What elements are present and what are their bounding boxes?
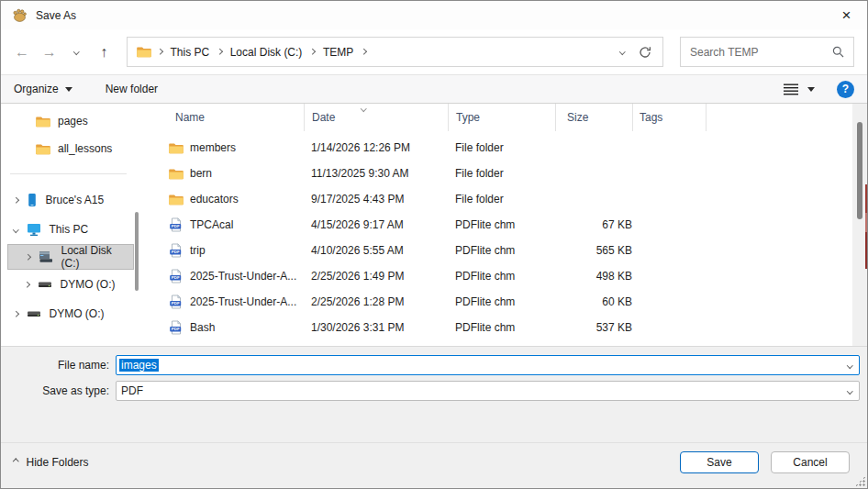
- file-name: 2025-Trust-Under-A...: [190, 270, 296, 283]
- sidebar-item-label: Local Disk (C:): [61, 244, 134, 270]
- help-button[interactable]: ?: [837, 81, 854, 98]
- breadcrumb-local-disk[interactable]: Local Disk (C:): [225, 46, 308, 59]
- close-icon[interactable]: ×: [826, 1, 867, 29]
- file-size: 565 KB: [555, 244, 632, 257]
- table-row[interactable]: members 1/14/2026 12:26 PM File folder: [161, 135, 867, 161]
- view-options-icon[interactable]: [784, 83, 798, 95]
- address-bar[interactable]: This PC Local Disk (C:) TEMP: [127, 37, 663, 67]
- window-title: Save As: [36, 9, 76, 22]
- expand-chevron-icon[interactable]: [25, 254, 30, 260]
- file-type: File folder: [448, 167, 555, 180]
- back-icon[interactable]: ←: [10, 39, 34, 65]
- file-name: Bash: [190, 321, 215, 334]
- file-name-value: images: [119, 359, 159, 372]
- file-name-input[interactable]: images: [116, 355, 860, 375]
- phone-icon: [27, 193, 38, 207]
- breadcrumb-this-pc[interactable]: This PC: [165, 46, 216, 59]
- column-header-name[interactable]: Name: [169, 104, 304, 131]
- breadcrumb-chevron-icon: [157, 49, 162, 54]
- column-header-size[interactable]: Size: [555, 104, 632, 131]
- new-folder-button[interactable]: New folder: [106, 83, 158, 95]
- navigation-pane: pages all_lessons Bruce's A15 This PC Lo: [1, 104, 145, 346]
- organize-button[interactable]: Organize: [14, 83, 72, 95]
- file-type: PDFlite chm: [448, 244, 555, 257]
- folder-icon: [36, 143, 50, 155]
- column-headers: Name Date Type Size Tags: [161, 104, 867, 131]
- file-size: 60 KB: [555, 295, 632, 308]
- search-icon[interactable]: [832, 46, 844, 58]
- main-content: pages all_lessons Bruce's A15 This PC Lo: [1, 104, 867, 346]
- sidebar-item-local-disk-c[interactable]: Local Disk (C:): [7, 244, 134, 270]
- file-size: 537 KB: [555, 321, 632, 334]
- address-folder-icon: [137, 46, 151, 58]
- title-bar: Save As ×: [1, 1, 867, 29]
- file-date: 2/25/2026 1:49 PM: [304, 270, 448, 283]
- table-row[interactable]: PDFTPCAcal 4/15/2026 9:17 AM PDFlite chm…: [161, 212, 867, 238]
- sidebar-item-dymo-o-2[interactable]: DYMO (O:): [1, 299, 145, 328]
- sidebar-item-all-lessons[interactable]: all_lessons: [1, 135, 145, 162]
- monitor-icon: [27, 223, 41, 237]
- chevron-up-icon: [13, 459, 18, 464]
- dialog-footer: Hide Folders Save Cancel: [1, 442, 867, 488]
- file-type: PDFlite chm: [448, 321, 555, 334]
- table-row[interactable]: educators 9/17/2025 4:43 PM File folder: [161, 186, 867, 212]
- sidebar-item-this-pc[interactable]: This PC: [1, 215, 145, 244]
- file-date: 2/25/2026 1:28 PM: [304, 295, 448, 308]
- organize-dropdown-icon: [65, 87, 72, 92]
- svg-text:PDF: PDF: [172, 275, 180, 280]
- refresh-icon[interactable]: [639, 46, 651, 59]
- collapse-chevron-icon[interactable]: [13, 227, 18, 232]
- sidebar-item-dymo-o-1[interactable]: DYMO (O:): [1, 270, 145, 299]
- sidebar-scrollbar[interactable]: [135, 212, 139, 291]
- up-icon[interactable]: ↑: [92, 39, 116, 65]
- file-type: File folder: [448, 193, 555, 206]
- hide-folders-button[interactable]: Hide Folders: [14, 456, 89, 469]
- pdf-file-icon: PDF: [169, 269, 184, 283]
- table-row[interactable]: PDF2025-Trust-Under-A... 2/25/2026 1:28 …: [161, 289, 867, 315]
- table-row[interactable]: PDF2025-Trust-Under-A... 2/25/2026 1:49 …: [161, 263, 867, 289]
- command-toolbar: Organize New folder ?: [1, 75, 867, 104]
- file-date: 4/10/2026 5:55 AM: [304, 244, 448, 257]
- table-row[interactable]: PDFtrip 4/10/2026 5:55 AM PDFlite chm 56…: [161, 238, 867, 263]
- file-type: PDFlite chm: [448, 218, 555, 231]
- column-header-type[interactable]: Type: [448, 104, 555, 131]
- expand-chevron-icon[interactable]: [24, 282, 29, 287]
- expand-chevron-icon[interactable]: [13, 197, 18, 203]
- save-as-type-select[interactable]: PDF: [116, 381, 860, 401]
- file-rows: members 1/14/2026 12:26 PM File folder b…: [161, 131, 867, 340]
- save-fields: File name: images Save as type: PDF: [1, 346, 867, 442]
- file-date: 11/13/2025 9:30 AM: [304, 167, 448, 180]
- scrollbar-thumb[interactable]: [857, 122, 862, 219]
- sidebar-item-label: DYMO (O:): [50, 307, 105, 320]
- folder-icon: [36, 116, 50, 128]
- view-options-dropdown-icon[interactable]: [807, 87, 815, 92]
- address-dropdown-icon[interactable]: [619, 49, 625, 54]
- recent-locations-chevron-icon[interactable]: [65, 39, 89, 65]
- breadcrumb-temp[interactable]: TEMP: [317, 46, 359, 59]
- save-button[interactable]: Save: [680, 451, 759, 473]
- save-as-type-dropdown-icon[interactable]: [847, 388, 852, 394]
- file-name: bern: [190, 167, 212, 180]
- expand-chevron-icon[interactable]: [13, 311, 18, 317]
- cancel-button[interactable]: Cancel: [771, 451, 850, 473]
- file-size: 67 KB: [555, 218, 632, 231]
- sidebar-item-label: This PC: [50, 223, 89, 236]
- column-header-date[interactable]: Date: [304, 104, 448, 131]
- sidebar-item-label: Bruce's A15: [46, 194, 105, 206]
- new-folder-label: New folder: [106, 83, 158, 95]
- save-as-type-value: PDF: [121, 384, 143, 397]
- file-name-dropdown-icon[interactable]: [847, 362, 852, 368]
- file-date: 9/17/2025 4:43 PM: [304, 193, 448, 206]
- forward-icon[interactable]: →: [38, 39, 61, 65]
- file-type: PDFlite chm: [448, 270, 555, 283]
- table-row[interactable]: PDFBash 1/30/2026 3:31 PM PDFlite chm 53…: [161, 315, 867, 340]
- table-row[interactable]: bern 11/13/2025 9:30 AM File folder: [161, 161, 867, 186]
- search-box: [680, 37, 854, 67]
- column-header-tags[interactable]: Tags: [632, 104, 706, 131]
- search-input[interactable]: [690, 46, 832, 59]
- breadcrumb-chevron-icon: [217, 49, 222, 54]
- sidebar-item-pages[interactable]: pages: [1, 107, 145, 135]
- sidebar-divider: [10, 173, 127, 174]
- save-as-dialog: Save As × ← → ↑ This PC Local Disk (C:) …: [0, 0, 868, 489]
- sidebar-item-bruces-a15[interactable]: Bruce's A15: [1, 185, 145, 215]
